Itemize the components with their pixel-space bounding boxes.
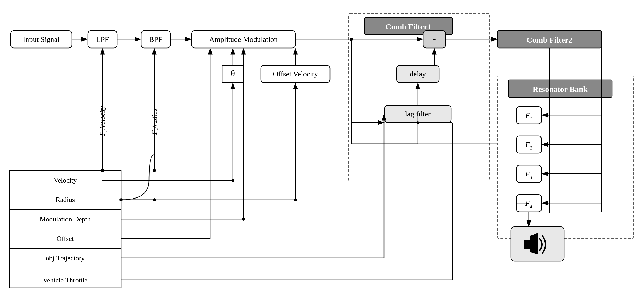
svg-rect-14: [498, 76, 633, 239]
svg-marker-22: [530, 233, 538, 254]
delay-label: delay: [410, 70, 426, 78]
vehicle-throttle-label: Vehicle Throttle: [43, 276, 88, 284]
theta-label: θ: [231, 68, 235, 78]
amplitude-modulation-label: Amplitude Modulation: [209, 35, 278, 43]
diagram: Input Signal LPF BPF Amplitude Modulatio…: [0, 0, 644, 303]
svg-point-89: [416, 121, 419, 124]
obj-trajectory-label: obj Trajectory: [46, 254, 85, 262]
offset-velocity-label: Offset Velocity: [273, 70, 318, 78]
svg-point-51: [101, 169, 104, 172]
resonator-bank-label: Resonator Bank: [533, 85, 588, 94]
svg-point-85: [119, 198, 123, 201]
svg-rect-21: [524, 240, 530, 249]
svg-rect-8: [349, 13, 490, 181]
minus-label: -: [433, 33, 436, 44]
fc-radius-label: Fc/radius: [151, 108, 160, 135]
radius-label: Radius: [56, 196, 75, 204]
velocity-label: Velocity: [54, 176, 77, 184]
input-signal-label: Input Signal: [23, 35, 60, 43]
comb-filter2-label: Comb Filter2: [527, 35, 572, 44]
lpf-label: LPF: [96, 35, 109, 43]
offset-label: Offset: [57, 235, 74, 243]
svg-point-53: [153, 169, 156, 172]
modulation-depth-label: Modulation Depth: [40, 215, 90, 223]
comb-filter1-label: Comb Filter1: [386, 22, 431, 31]
bpf-label: BPF: [149, 35, 162, 43]
fc-velocity-label: Fc/velocity: [98, 106, 108, 136]
svg-point-84: [350, 38, 353, 41]
